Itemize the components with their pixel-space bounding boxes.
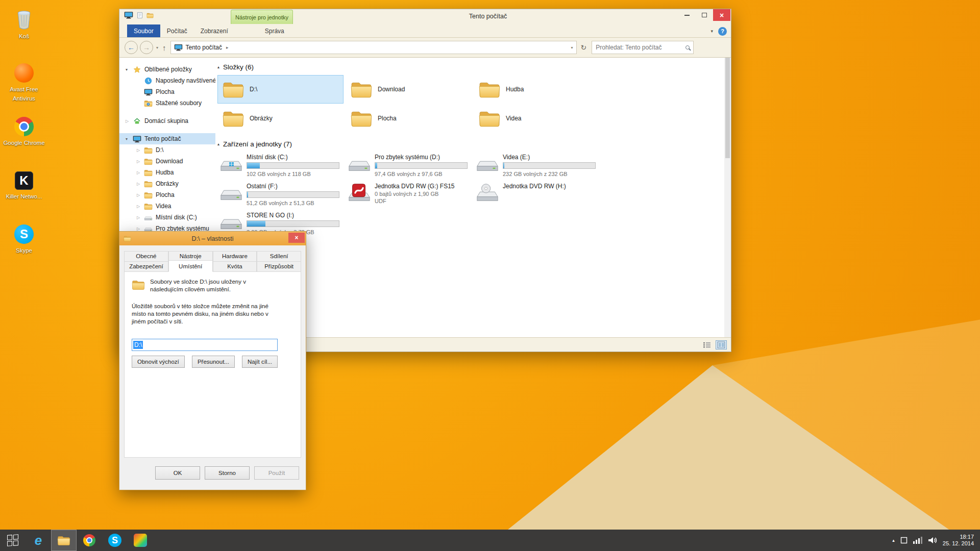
start-button[interactable] [0, 530, 26, 551]
search-input[interactable]: Prohledat: Tento počítač [592, 41, 694, 54]
ok-button[interactable]: OK [155, 466, 200, 480]
back-button[interactable]: ← [125, 41, 138, 54]
sidebar-item-tento-pocitac[interactable]: ▾ Tento počítač [119, 133, 215, 144]
tab-zobrazeni[interactable]: Zobrazení [194, 24, 235, 37]
tree-collapse-icon[interactable]: ▷ [137, 193, 144, 197]
forward-button[interactable]: → [140, 41, 153, 54]
history-dropdown-icon[interactable]: ▾ [156, 45, 158, 50]
volume-icon[interactable] [928, 537, 937, 544]
desktop-icon-chrome[interactable]: Google Chrome [2, 114, 46, 147]
tree-collapse-icon[interactable]: ▷ [137, 204, 144, 209]
tab-sdileni[interactable]: Sdílení [257, 251, 301, 262]
drive-tile-e[interactable]: Videa (E:) 232 GB volných z 232 GB [474, 152, 600, 181]
sidebar-item-plocha[interactable]: Plocha [119, 86, 215, 97]
sidebar-item-d-drive[interactable]: ▷ D:\ [119, 144, 215, 156]
tab-umisteni[interactable]: Umístění [168, 260, 213, 272]
properties-icon[interactable] [136, 12, 143, 18]
sidebar-item-naposledy-navstivene[interactable]: Naposledy navštívené [119, 75, 215, 86]
sidebar-item-oblibene-polozky[interactable]: ▾ Oblíbené položky [119, 64, 215, 75]
sidebar-item-videa[interactable]: ▷ Videa [119, 201, 215, 212]
windows-logo-icon [7, 534, 18, 546]
tree-collapse-icon[interactable]: ▷ [137, 227, 144, 231]
drive-tile-f[interactable]: Ostatní (F:) 51,2 GB volných z 51,3 GB [217, 181, 344, 210]
up-button[interactable]: ↑ [162, 43, 166, 52]
folder-tile-videa[interactable]: Videa [474, 104, 600, 133]
sidebar-item-mistni-disk-c[interactable]: ▷ Místní disk (C:) [119, 212, 215, 223]
tree-collapse-icon[interactable]: ▷ [137, 170, 144, 175]
thumbnails-view-icon[interactable] [716, 340, 727, 349]
tab-soubor[interactable]: Soubor [127, 24, 160, 37]
tab-sprava[interactable]: Správa [258, 24, 291, 37]
taskbar-skype[interactable]: S [102, 530, 128, 551]
refresh-icon[interactable]: ↻ [581, 43, 587, 52]
tab-zabezpeceni[interactable]: Zabezpečení [124, 261, 168, 272]
tree-expand-icon[interactable]: ▾ [126, 137, 133, 141]
drive-tile-d[interactable]: Pro zbytek systému (D:) 97,4 GB volných … [346, 152, 472, 181]
group-collapse-icon[interactable]: ▴ [217, 65, 219, 69]
tree-collapse-icon[interactable]: ▷ [137, 148, 144, 153]
tree-collapse-icon[interactable]: ▷ [137, 182, 144, 186]
desktop-icon-recycle-bin[interactable]: Koš [2, 7, 46, 40]
folder-tile-obrazky[interactable]: Obrázky [217, 104, 344, 133]
tree-collapse-icon[interactable]: ▷ [137, 159, 144, 164]
sidebar-item-stazene-soubory[interactable]: Stažené soubory [119, 97, 215, 109]
action-center-icon[interactable] [900, 537, 908, 544]
sidebar-item-download[interactable]: ▷ Download [119, 156, 215, 167]
breadcrumb-location[interactable]: Tento počítač [186, 44, 222, 51]
tab-obecne[interactable]: Obecné [124, 251, 168, 262]
group-header-devices[interactable]: ▴ Zařízení a jednotky (7) [217, 139, 724, 149]
location-path-input[interactable]: D:\ [132, 339, 278, 351]
taskbar-internet-explorer[interactable]: e [26, 530, 51, 551]
cancel-button[interactable]: Storno [205, 466, 250, 480]
group-header-folders[interactable]: ▴ Složky (6) [217, 62, 724, 72]
sidebar-item-label: D:\ [156, 146, 163, 154]
new-folder-icon[interactable] [146, 12, 154, 18]
tree-collapse-icon[interactable]: ▷ [137, 215, 144, 220]
drive-tile-c[interactable]: Místní disk (C:) 102 GB volných z 118 GB [217, 152, 344, 181]
sidebar-item-obrazky[interactable]: ▷ Obrázky [119, 178, 215, 189]
tree-expand-icon[interactable]: ▾ [126, 67, 133, 72]
maximize-button[interactable] [696, 9, 713, 21]
move-button[interactable]: Přesunout... [192, 356, 235, 368]
tab-prizpusobit[interactable]: Přizpůsobit [257, 261, 301, 272]
minimize-button[interactable] [678, 9, 696, 21]
tab-hardware[interactable]: Hardware [213, 251, 257, 262]
network-icon[interactable] [913, 537, 922, 544]
details-view-icon[interactable] [701, 340, 713, 349]
desktop-icon-killer[interactable]: K Killer Netwo... [2, 167, 46, 201]
taskbar-clock[interactable]: 18:17 25. 12. 2014 [943, 534, 974, 547]
show-hidden-icons-arrow[interactable]: ▴ [892, 538, 895, 543]
desktop-icon-label: Skype [16, 247, 32, 254]
folder-tile-download[interactable]: Download [346, 75, 472, 104]
tab-pocitac[interactable]: Počítač [160, 24, 194, 37]
group-collapse-icon[interactable]: ▴ [217, 142, 219, 146]
sidebar-item-label: Obrázky [156, 180, 179, 187]
restore-default-button[interactable]: Obnovit výchozí [132, 356, 185, 368]
ribbon-collapse-icon[interactable]: ▾ [710, 29, 713, 34]
address-dropdown-icon[interactable]: ▾ [571, 45, 573, 50]
address-bar[interactable]: Tento počítač ▸ ▾ [170, 41, 577, 54]
vertical-scrollbar[interactable] [724, 58, 731, 337]
sidebar-item-domaci-skupina[interactable]: ▷ Domácí skupina [119, 115, 215, 127]
taskbar-chrome[interactable] [77, 530, 102, 551]
scrollbar-thumb[interactable] [725, 58, 730, 158]
dialog-close-button[interactable]: × [288, 233, 305, 243]
help-icon[interactable]: ? [718, 27, 727, 36]
folder-tile-d[interactable]: D:\ [217, 75, 344, 104]
sidebar-item-plocha-pc[interactable]: ▷ Plocha [119, 189, 215, 201]
tree-collapse-icon[interactable]: ▷ [126, 119, 133, 123]
close-button[interactable]: × [713, 9, 730, 21]
find-target-button[interactable]: Najít cíl... [242, 356, 278, 368]
skype-icon: S [2, 221, 46, 244]
taskbar-app[interactable] [128, 530, 153, 551]
taskbar-file-explorer[interactable] [51, 530, 77, 551]
drive-tile-g[interactable]: Jednotka DVD RW (G:) FS15 0 bajtů volnýc… [346, 181, 472, 210]
breadcrumb-separator-icon[interactable]: ▸ [226, 45, 229, 50]
sidebar-item-hudba[interactable]: ▷ Hudba [119, 167, 215, 178]
desktop-icon-skype[interactable]: S Skype [2, 221, 46, 255]
folder-tile-hudba[interactable]: Hudba [474, 75, 600, 104]
folder-tile-plocha[interactable]: Plocha [346, 104, 472, 133]
drive-tile-h[interactable]: Jednotka DVD RW (H:) [474, 181, 600, 210]
desktop-icon-avast[interactable]: Avast Free Antivirus [2, 60, 46, 103]
tab-kvota[interactable]: Kvóta [213, 261, 257, 272]
